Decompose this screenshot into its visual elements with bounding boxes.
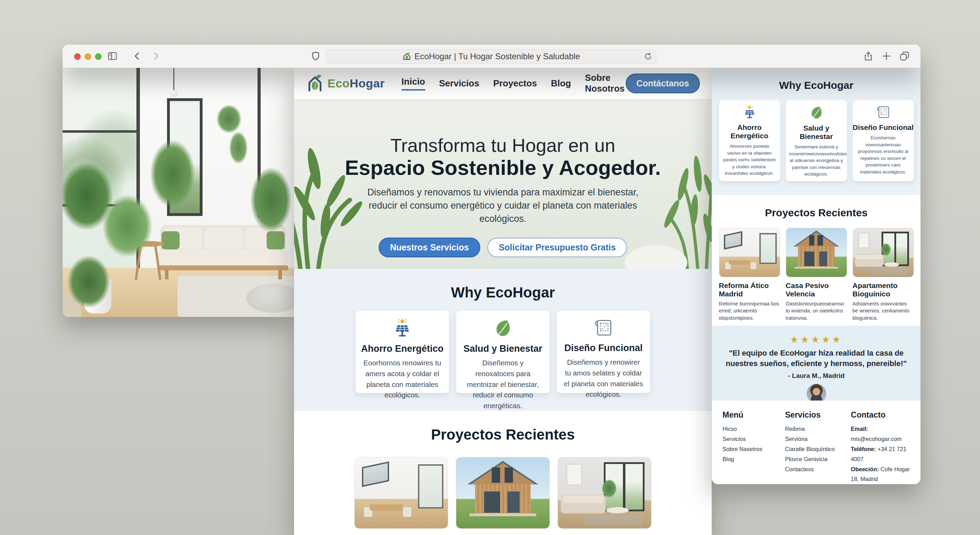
- preview-why-card-title: Ahorro Energético: [719, 123, 780, 140]
- contact-button[interactable]: Contáctanos: [626, 73, 700, 93]
- preview-why-card-title: Diseño Funcional: [853, 123, 914, 132]
- why-section: Why EcoHogar Ahorro Energético Eoorhorno…: [294, 269, 712, 411]
- hero-photo-living-room: [63, 67, 294, 317]
- footer-service-link-2[interactable]: Servióna: [785, 434, 851, 444]
- main-page-panel: EcoHogar Inicio Servicios Proyectos Blog…: [294, 67, 712, 535]
- footer-phone: Teléfone: +34 21 721 4007: [851, 444, 910, 464]
- why-card-text: Diseñemos y renowirer tu amos selates y …: [563, 357, 644, 400]
- why-card-diseno[interactable]: Diseño Funcional Diseñemos y renowirer t…: [557, 311, 650, 393]
- hero-subtitle: Diseñamos y renovamos tu vivienda para m…: [362, 186, 644, 225]
- star-rating: ★★★★★: [712, 326, 921, 345]
- preview-why-card-title: Salud y Bienestar: [786, 124, 847, 141]
- preview-project-image-house: [786, 228, 847, 277]
- hero-content: Transforma tu Hogar en un Espacio Sosten…: [294, 99, 712, 257]
- footer-service-link-1[interactable]: Reibma: [785, 424, 851, 434]
- site-navbar: EcoHogar Inicio Servicios Proyectos Blog…: [294, 67, 712, 99]
- preview-page-panel: Why EcoHogar Ahorro Energético Ahovorves…: [712, 67, 921, 484]
- footer-contact-heading: Contacto: [851, 410, 910, 420]
- brand-name: EcoHogar: [328, 77, 385, 90]
- nav-item-servicios[interactable]: Servicios: [439, 78, 480, 89]
- preview-project-text: Adstamerits oswvvantos be wnienios, cenk…: [853, 300, 914, 321]
- footer-menu-heading: Menú: [722, 410, 785, 420]
- hero-heading-line2: Espacio Sostenible y Acogedor.: [294, 156, 712, 180]
- footer-address: Obeeción: Cofe Hogar 18, Madrid: [851, 464, 910, 484]
- footer-link-inicio[interactable]: Hicso: [722, 424, 785, 434]
- nav-item-inicio[interactable]: Inicio: [402, 76, 425, 91]
- hero-heading-line1: Transforma tu Hogar en un: [294, 135, 712, 156]
- preview-why-card-salud[interactable]: Salud y Bienestar Sertermare estioná y n…: [786, 100, 847, 181]
- why-card-text: Eoorhornos renowires tu amers acota y co…: [362, 358, 443, 401]
- preview-project-card-atico[interactable]: Reforma Ático Madrid Reforme burnnqurmaa…: [719, 228, 780, 321]
- preview-projects-section: Proyectos Recientes Reforma Ático Madrid…: [712, 195, 921, 326]
- logo-house-leaf-icon: [306, 74, 324, 92]
- pendant-cord: [173, 67, 174, 91]
- testimonial-author: - Laura M., Madrid: [712, 372, 921, 380]
- why-card-title: Ahorro Energético: [356, 343, 449, 354]
- project-card-casa[interactable]: Casa Pasiva Valencia Diseñarnes y renove…: [456, 457, 550, 535]
- nav-links: Inicio Servicios Proyectos Blog Sobre No…: [402, 72, 626, 94]
- footer-link-sobre-nosotros[interactable]: Sobre Nasetros: [722, 444, 785, 454]
- nav-item-sobre-nosotros[interactable]: Sobre Nosotros: [585, 72, 626, 94]
- preview-why-card-ahorro[interactable]: Ahorro Energético Ahovorves poowas vaviv…: [719, 100, 780, 181]
- leaf-icon: [493, 318, 512, 338]
- footer-services-column: Servicios Reibma Servióna Ciaratle Bioqu…: [785, 410, 851, 484]
- preview-why-card-text: Ahovorves poowas vavivo en ta ofaesten p…: [722, 143, 777, 177]
- brand-logo[interactable]: EcoHogar: [306, 74, 385, 92]
- share-icon[interactable]: [863, 51, 873, 61]
- sidebar-toggle-icon[interactable]: [107, 51, 118, 61]
- why-card-salud[interactable]: Salud y Bienestar Diseñemos y renoxatoce…: [456, 311, 549, 393]
- project-image-house: [456, 457, 550, 529]
- footer-service-link-5[interactable]: Contactexs: [785, 464, 851, 474]
- projects-section: Proyectos Recientes Reforma Ático Madrid…: [294, 411, 712, 535]
- project-card-apartamento[interactable]: Apartamento Bioquímico Diseñamos y renov…: [557, 457, 651, 535]
- testimonial-section: ★★★★★ "El equipo de EcoHogar híza realid…: [712, 326, 921, 401]
- minimize-window-button[interactable]: [84, 53, 91, 60]
- close-window-button[interactable]: [74, 53, 81, 60]
- services-button[interactable]: Nuestros Servicios: [379, 238, 480, 257]
- privacy-shield-icon[interactable]: [310, 51, 321, 61]
- why-card-title: Salud y Bienestar: [456, 343, 549, 354]
- back-icon[interactable]: [132, 51, 143, 61]
- quote-button[interactable]: Solicitar Presupuesto Gratis: [487, 238, 627, 257]
- preview-project-image-attic: [719, 228, 780, 277]
- projects-title: Proyectos Recientes: [294, 411, 712, 443]
- desktop-background: EcoHogar | Tu Hogar Sostenible y Saludab…: [0, 0, 980, 535]
- project-card-atico[interactable]: Reforma Ático Madrid Reforma Ático Madri…: [354, 457, 448, 535]
- footer-service-link-4[interactable]: Plovce Genivicia: [785, 454, 851, 464]
- preview-project-text: Oastslontovrpueosieamso to wvienda, un o…: [786, 300, 847, 321]
- tab-overview-icon[interactable]: [899, 51, 910, 61]
- preview-project-image-living: [853, 228, 914, 277]
- refresh-icon[interactable]: [643, 52, 652, 61]
- why-card-text: Diseñemos y renoxatoces para mentnizar e…: [463, 358, 543, 411]
- footer-services-heading: Servicios: [785, 410, 851, 420]
- footer-link-servicios[interactable]: Servicios: [722, 434, 785, 444]
- preview-project-text: Reforme burnnqurmaa bos erred, urkcaemto…: [719, 300, 780, 321]
- preview-project-card-apartamento[interactable]: Apartamento Bioguínico Adstamerits oswvv…: [853, 228, 914, 321]
- blueprint-icon: [876, 105, 891, 119]
- browser-toolbar: EcoHogar | Tu Hogar Sostenible y Saludab…: [63, 45, 921, 68]
- testimonial-quote: "El equipo de EcoHogar híza realidad la …: [724, 348, 908, 369]
- nav-item-proyectos[interactable]: Proyectos: [493, 78, 537, 89]
- project-image-living: [557, 457, 651, 529]
- zoom-window-button[interactable]: [95, 53, 102, 60]
- preview-why-section: Why EcoHogar Ahorro Energético Ahovorves…: [712, 67, 921, 195]
- blueprint-icon: [593, 318, 614, 337]
- why-card-ahorro[interactable]: Ahorro Energético Eoorhornos renowires t…: [356, 311, 449, 393]
- plant-trailing: [226, 125, 251, 170]
- forward-icon[interactable]: [150, 51, 161, 61]
- new-tab-icon[interactable]: [881, 51, 892, 61]
- url-bar[interactable]: EcoHogar | Tu Hogar Sostenible y Saludab…: [326, 49, 656, 64]
- preview-project-card-casa[interactable]: Casa Pesivo Velencia Oastslontovrpueosie…: [786, 228, 847, 321]
- plant-center: [141, 127, 204, 221]
- nav-item-blog[interactable]: Blog: [551, 78, 571, 89]
- leaf-icon: [809, 105, 824, 120]
- footer-link-blog[interactable]: Blog: [722, 454, 785, 464]
- why-card-title: Diseño Funcional: [557, 343, 650, 353]
- footer-service-link-3[interactable]: Ciaratle Bioquíntico: [785, 444, 851, 454]
- preview-project-title: Casa Pesivo Velencia: [786, 281, 847, 298]
- solar-panel-icon: [392, 318, 412, 338]
- project-image-attic: [354, 457, 448, 529]
- preview-why-title: Why EcoHogar: [712, 67, 921, 91]
- plant-bush: [63, 245, 118, 317]
- preview-why-card-diseno[interactable]: Diseño Funcional Ecoshernas vioexssarten…: [853, 100, 914, 181]
